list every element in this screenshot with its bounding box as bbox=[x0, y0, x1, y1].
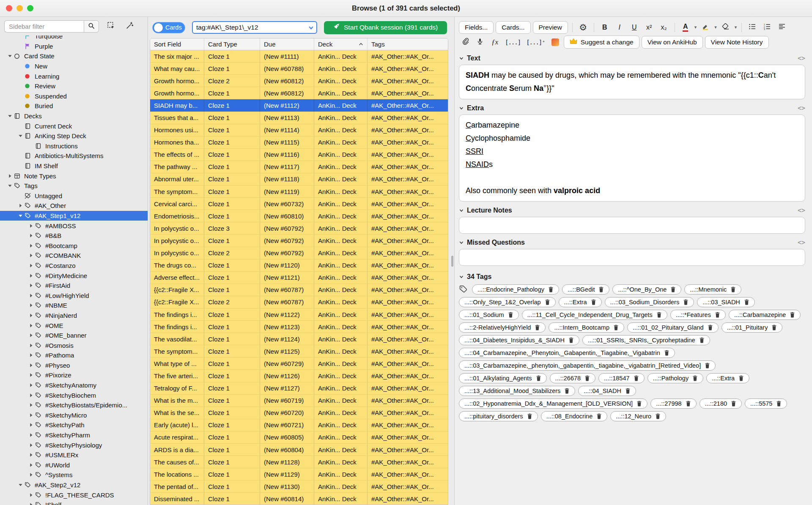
tag-chip[interactable]: ...::01_Alkylating_Agents bbox=[459, 373, 547, 383]
sidebar-item-ak-step1-v12[interactable]: #AK_Step1_v12 bbox=[0, 211, 148, 221]
table-row[interactable]: Adverse effect...Cloze 1(New #1121)AnKin… bbox=[150, 272, 448, 284]
chevron-right-icon[interactable] bbox=[27, 243, 35, 248]
trash-icon[interactable] bbox=[596, 413, 602, 419]
chevron-right-icon[interactable] bbox=[27, 363, 35, 368]
sidebar-item-sketchypharm[interactable]: #SketchyPharm bbox=[0, 430, 148, 440]
chevron-right-icon[interactable] bbox=[27, 453, 35, 457]
trash-icon[interactable] bbox=[692, 375, 698, 381]
table-row[interactable]: What is the se...Cloze 1(New #60720)AnKi… bbox=[150, 407, 448, 419]
bold-button[interactable]: B bbox=[598, 21, 611, 34]
cloze-deletion-alt-button[interactable]: [...]⁺ bbox=[524, 36, 547, 49]
chevron-down-icon[interactable] bbox=[459, 106, 464, 111]
table-row[interactable]: In polycystic o...Cloze 2(New #60792)AnK… bbox=[150, 247, 448, 259]
column-header-due[interactable]: Due bbox=[260, 38, 314, 50]
chevron-right-icon[interactable] bbox=[27, 393, 35, 398]
sidebar-item-pathoma[interactable]: #Pathoma bbox=[0, 350, 148, 360]
tag-chip[interactable]: ...::13_Additional_Mood_Stabilizers bbox=[459, 386, 575, 396]
math-equations-button[interactable]: ƒx bbox=[488, 36, 501, 49]
sidebar-item-ak-step2-v12[interactable]: #AK_Step2_v12 bbox=[0, 480, 148, 490]
sidebar-item-ome-banner[interactable]: #OME_banner bbox=[0, 330, 148, 341]
trash-icon[interactable] bbox=[686, 401, 691, 407]
sidebar-item-bootcamp[interactable]: #Bootcamp bbox=[0, 240, 148, 251]
trash-icon[interactable] bbox=[508, 312, 513, 318]
sidebar-item-decks[interactable]: Decks bbox=[0, 111, 148, 121]
sidebar-search-button[interactable] bbox=[84, 20, 99, 33]
table-row[interactable]: The pathway ...Cloze 1(New #1117)AnKin..… bbox=[150, 161, 448, 173]
sidebar-item-flag-these-cards[interactable]: !FLAG_THESE_CARDS bbox=[0, 490, 148, 500]
chevron-down-icon[interactable] bbox=[308, 25, 314, 30]
chevron-right-icon[interactable] bbox=[27, 273, 35, 278]
tag-chip[interactable]: ...::11_Cell_Cycle_Independent_Drug_Targ… bbox=[522, 310, 667, 320]
fields-button[interactable]: Fields... bbox=[459, 21, 494, 34]
trash-icon[interactable] bbox=[715, 312, 720, 318]
trash-icon[interactable] bbox=[731, 401, 736, 407]
sidebar-item-review[interactable]: Review bbox=[0, 81, 148, 91]
trash-icon[interactable] bbox=[683, 299, 689, 305]
field-editor-missed-questions[interactable] bbox=[459, 249, 805, 266]
sidebar-item-card-state[interactable]: Card State bbox=[0, 51, 148, 61]
settings-gear-button[interactable]: ⚙ bbox=[577, 21, 590, 34]
trash-icon[interactable] bbox=[535, 325, 540, 330]
field-editor-extra[interactable]: CarbamazepineCyclophosphamideSSRINSAIDsA… bbox=[459, 115, 805, 202]
table-row[interactable]: The five arteri...Cloze 1(New #1126)AnKi… bbox=[150, 370, 448, 382]
table-row[interactable]: The causes of...Cloze 1(New #1128)AnKin.… bbox=[150, 456, 448, 468]
table-row[interactable]: Endometriosis...Cloze 1(New #60810)AnKin… bbox=[150, 210, 448, 222]
sidebar-item-buried[interactable]: Buried bbox=[0, 101, 148, 111]
table-row[interactable]: The findings i...Cloze 1(New #1122)AnKin… bbox=[150, 308, 448, 321]
tag-chip[interactable]: ...::12_Neuro bbox=[610, 411, 666, 421]
chevron-right-icon[interactable] bbox=[27, 383, 35, 388]
tag-chip[interactable]: ...::26678 bbox=[550, 373, 595, 383]
tag-chip[interactable]: ...::Intern_Bootcamp bbox=[549, 322, 624, 333]
tag-chip[interactable]: ...::Carbamazepine bbox=[729, 310, 801, 320]
tag-chip[interactable]: ...::03_Sodium_Disorders bbox=[605, 297, 694, 307]
tag-chip[interactable]: ...::08_Endocrine bbox=[541, 411, 608, 421]
table-row[interactable]: What is the m...Cloze 1(New #60719)AnKin… bbox=[150, 395, 448, 407]
chevron-down-icon[interactable] bbox=[459, 240, 464, 245]
tag-chip[interactable]: ...::27998 bbox=[650, 399, 696, 409]
sidebar-filter-input[interactable] bbox=[4, 20, 84, 33]
sidebar-item-uworld[interactable]: #UWorld bbox=[0, 460, 148, 470]
trash-icon[interactable] bbox=[705, 363, 710, 369]
suggest-change-button[interactable]: Suggest a change bbox=[564, 35, 639, 49]
table-row[interactable]: ARDS is a dia...Cloze 1(New #60804)AnKin… bbox=[150, 444, 448, 456]
sidebar-item-antibiotics-multisystems[interactable]: Antibiotics-MultiSystems bbox=[0, 151, 148, 161]
trash-icon[interactable] bbox=[598, 287, 604, 292]
trash-icon[interactable] bbox=[790, 312, 795, 318]
unordered-list-button[interactable] bbox=[746, 21, 759, 34]
chevron-right-icon[interactable] bbox=[27, 493, 35, 497]
sidebar-options-button[interactable] bbox=[123, 20, 136, 33]
zoom-button[interactable] bbox=[27, 5, 33, 11]
sidebar-item-tags[interactable]: Tags bbox=[0, 181, 148, 191]
chevron-down-icon[interactable] bbox=[459, 56, 464, 61]
table-row[interactable]: In polycystic o...Cloze 3(New #60792)AnK… bbox=[150, 222, 448, 235]
table-row[interactable]: {{c2::Fragile X...Cloze 2(New #60787)AnK… bbox=[150, 296, 448, 308]
tag-chip[interactable]: ...::Only_Step_1&2_Overlap bbox=[459, 297, 556, 307]
cloze-deletion-button[interactable]: [...] bbox=[503, 36, 522, 49]
sidebar-item-ninjanerd[interactable]: #NinjaNerd bbox=[0, 311, 148, 321]
trash-icon[interactable] bbox=[670, 287, 676, 292]
ordered-list-button[interactable]: 123 bbox=[761, 21, 774, 34]
table-row[interactable]: The findings i...Cloze 1(New #1123)AnKin… bbox=[150, 321, 448, 333]
table-row[interactable]: Tissues that a...Cloze 1(New #1113)AnKin… bbox=[150, 112, 448, 124]
sidebar-item-instructions[interactable]: Instructions bbox=[0, 141, 148, 151]
html-editor-toggle-icon[interactable]: <> bbox=[798, 104, 805, 112]
tag-chip[interactable]: ...::04_Diabetes_Insipidus_&_SIADH bbox=[459, 335, 579, 345]
table-row[interactable]: SIADH may b...Cloze 1(New #1112)AnKin...… bbox=[150, 99, 448, 112]
tag-chip[interactable]: ...::04_SIADH bbox=[578, 386, 636, 396]
trash-icon[interactable] bbox=[634, 375, 639, 381]
subscript-button[interactable]: x₂ bbox=[658, 21, 670, 34]
trash-icon[interactable] bbox=[636, 401, 642, 407]
tag-chip[interactable]: ...::03_SIADH bbox=[697, 297, 755, 307]
sidebar-item-systems[interactable]: ^Systems bbox=[0, 470, 148, 480]
panel-splitter[interactable] bbox=[450, 17, 454, 505]
tag-chip[interactable]: ...::2-RelativelyHighYield bbox=[459, 322, 546, 333]
remove-format-dropdown[interactable]: ▾ bbox=[734, 25, 738, 30]
sidebar-item-shelf[interactable]: !Shelf bbox=[0, 500, 148, 505]
sidebar-item-usmlerx[interactable]: #USMLERx bbox=[0, 450, 148, 460]
sidebar-item-current-deck[interactable]: Current Deck bbox=[0, 121, 148, 131]
tag-chip[interactable]: ...::01_Pituitary bbox=[721, 322, 783, 333]
trash-icon[interactable] bbox=[771, 325, 777, 330]
sidebar-item-note-types[interactable]: Note Types bbox=[0, 171, 148, 181]
sidebar-item-ome[interactable]: #OME bbox=[0, 320, 148, 330]
sidebar-item-learning[interactable]: Learning bbox=[0, 71, 148, 81]
